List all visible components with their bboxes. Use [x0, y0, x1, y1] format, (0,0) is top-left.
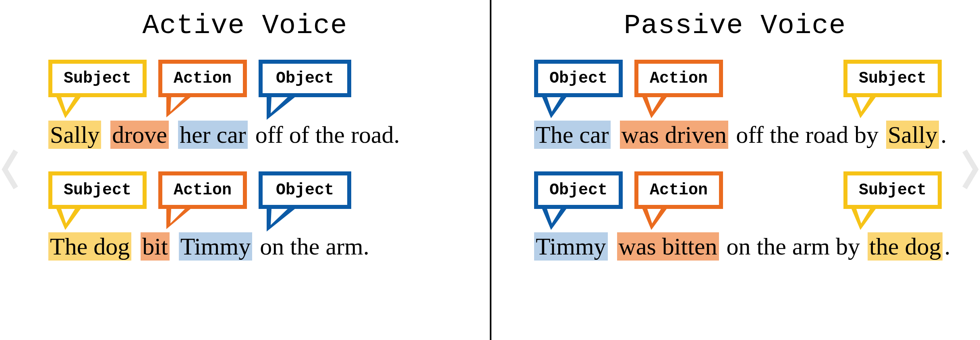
space [170, 232, 179, 261]
object-bubble: Object [259, 171, 351, 209]
rest-text: off the road by [728, 121, 886, 149]
object-word: Timmy [534, 232, 608, 261]
space [169, 121, 178, 149]
bubble-label: Object [259, 60, 351, 97]
subject-bubble: Subject [48, 60, 147, 97]
voice-comparison-slide: Active Voice Subject Action Object Sally… [0, 0, 980, 340]
action-bubble: Action [158, 60, 247, 97]
bubble-label: Object [534, 60, 623, 97]
period: . [939, 121, 948, 149]
active-sentence-2: The dog bit Timmy on the arm. [48, 232, 458, 261]
subject-bubble: Subject [48, 171, 147, 209]
object-word: her car [178, 121, 248, 149]
action-word: was driven [620, 121, 729, 149]
passive-sentence-1: The car was driven off the road by Sally… [534, 120, 956, 149]
object-word: Timmy [179, 232, 253, 261]
bubble-label: Action [158, 60, 247, 97]
object-bubble: Object [259, 60, 351, 97]
rest-text: on the arm by [719, 232, 868, 261]
bubble-label: Action [634, 171, 723, 209]
object-bubble: Object [534, 60, 623, 97]
space [611, 121, 620, 149]
object-word: The car [534, 121, 611, 149]
active-sentence-1: Sally drove her car off of the road. [48, 120, 458, 149]
action-word: was bitten [617, 232, 719, 261]
bubble-label: Object [534, 171, 623, 209]
space [608, 232, 617, 261]
action-bubble: Action [634, 60, 723, 97]
subject-word: Sally [48, 121, 101, 149]
active-example-2: Subject Action Object The dog bit Timmy … [48, 171, 458, 261]
passive-title: Passive Voice [490, 10, 980, 42]
object-bubble: Object [534, 171, 623, 209]
bubble-label: Subject [843, 171, 942, 209]
bubble-label: Object [259, 171, 351, 209]
subject-word: Sally [886, 121, 939, 149]
action-bubble: Action [634, 171, 723, 209]
subject-bubble: Subject [843, 171, 942, 209]
action-word: bit [141, 232, 169, 261]
rest-text: on the arm. [252, 232, 371, 261]
bubble-label: Action [158, 171, 247, 209]
subject-word: The dog [48, 232, 131, 261]
passive-example-1: Object Action Subject The car was driven… [534, 60, 956, 149]
active-example-1: Subject Action Object Sally drove her ca… [48, 60, 458, 149]
passive-voice-panel: Passive Voice Object Action Subject The … [490, 0, 980, 340]
bubble-label: Action [634, 60, 723, 97]
rest-text: off of the road. [248, 121, 402, 149]
action-word: drove [110, 121, 169, 149]
bubble-label: Subject [843, 60, 942, 97]
passive-sentence-2: Timmy was bitten on the arm by the dog. [534, 232, 956, 261]
action-bubble: Action [158, 171, 247, 209]
subject-bubble: Subject [843, 60, 942, 97]
subject-word: the dog [868, 232, 943, 261]
passive-example-2: Object Action Subject Timmy was bitten o… [534, 171, 956, 261]
bubble-label: Subject [48, 171, 147, 209]
period: . [943, 232, 952, 261]
active-voice-panel: Active Voice Subject Action Object Sally… [0, 0, 490, 340]
space [131, 232, 141, 261]
space [101, 121, 110, 149]
active-title: Active Voice [0, 10, 490, 42]
svg-marker-3 [170, 97, 185, 112]
bubble-label: Subject [48, 60, 147, 97]
